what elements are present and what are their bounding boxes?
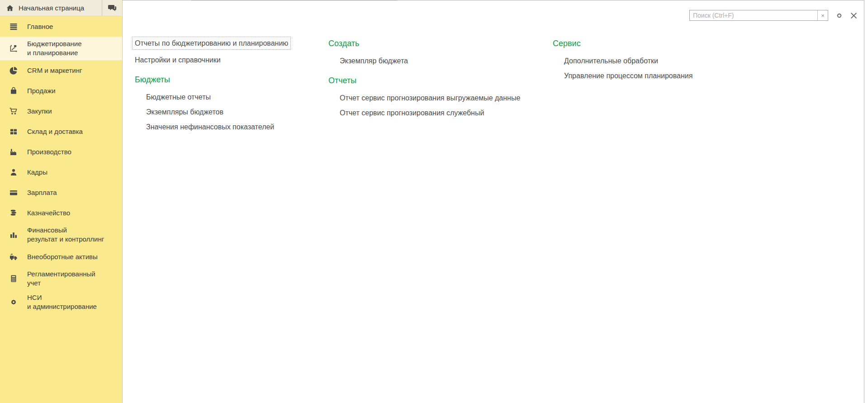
command-link[interactable]: Управление процессом планирования [564, 71, 693, 81]
command-link[interactable]: Значения нефинансовых показателей [146, 122, 274, 132]
home-tab-label: Начальная страница [19, 4, 84, 12]
command-group: ОтчетыОтчет сервис прогнозирования выгру… [328, 76, 553, 118]
sidebar-item-label-line: Финансовый [27, 226, 104, 235]
sidebar-item-label-line: Казначейство [27, 209, 70, 218]
bar-chart-icon [9, 230, 18, 239]
command-link[interactable]: Экземпляры бюджетов [146, 107, 223, 117]
sidebar-item-label: Закупки [27, 107, 52, 116]
command-item: Управление процессом планирования [553, 71, 770, 81]
sidebar-item-label: Финансовыйрезультат и контроллинг [27, 226, 104, 244]
sidebar-item-hr[interactable]: Кадры [0, 162, 122, 182]
sidebar-item-label-line: Кадры [27, 168, 47, 177]
command-link[interactable]: Отчет сервис прогнозирования служебный [340, 108, 484, 118]
sidebar-item-nsi[interactable]: НСИи администрирование [0, 290, 122, 314]
sidebar-item-label: Внеоборотные активы [27, 252, 98, 261]
sidebar-item-label: Кадры [27, 168, 47, 177]
sidebar-item-label: Продажи [27, 86, 56, 95]
sidebar-item-budgeting[interactable]: Бюджетированиеи планирование [0, 37, 122, 60]
command-item: Отчет сервис прогнозирования служебный [328, 108, 553, 118]
command-item: Настройки и справочники [135, 55, 328, 65]
section-header: Создать [328, 38, 553, 48]
section-header: Отчеты [328, 76, 553, 85]
sidebar-item-finresult[interactable]: Финансовыйрезультат и контроллинг [0, 223, 122, 247]
sidebar-item-label-line: Внеоборотные активы [27, 252, 98, 261]
command-interface: Отчеты по бюджетированию и планированиюН… [123, 0, 864, 403]
sections-sidebar: ГлавноеБюджетированиеи планированиеCRM и… [0, 16, 122, 403]
sidebar-item-production[interactable]: Производство [0, 142, 122, 162]
command-item: Значения нефинансовых показателей [135, 122, 328, 132]
section-header: Бюджеты [135, 75, 328, 85]
sidebar-item-treasury[interactable]: Казначейство [0, 203, 122, 223]
command-group: СервисДополнительные обработкиУправление… [553, 38, 770, 81]
command-link[interactable]: Экземпляр бюджета [340, 56, 408, 66]
home-page-tab[interactable]: Начальная страница [6, 0, 102, 16]
command-group: Отчеты по бюджетированию и планированиюН… [135, 38, 328, 65]
sidebar-item-sales[interactable]: Продажи [0, 81, 122, 101]
gear-icon [9, 298, 18, 307]
command-item: Экземпляры бюджетов [135, 107, 328, 117]
command-item: Дополнительные обработки [553, 56, 770, 66]
sidebar-item-label: НСИи администрирование [27, 293, 97, 311]
sidebar-item-label: Склад и доставка [27, 127, 83, 136]
factory-icon [9, 147, 18, 156]
sidebar-item-salary[interactable]: Зарплата [0, 182, 122, 203]
discussions-button[interactable] [102, 0, 122, 16]
sidebar-item-label-line: результат и контроллинг [27, 235, 104, 244]
sidebar-item-label-line: Регламентированный [27, 270, 95, 279]
command-group: СоздатьЭкземпляр бюджета [328, 38, 553, 66]
section-header: Сервис [553, 38, 770, 48]
home-icon [6, 4, 14, 12]
command-item: Бюджетные отчеты [135, 92, 328, 102]
sidebar-item-label-line: Главное [27, 22, 53, 31]
sidebar-item-label: CRM и маркетинг [27, 66, 82, 75]
coins-icon [9, 209, 18, 218]
command-column: Отчеты по бюджетированию и планированиюН… [135, 38, 328, 403]
home-tab-bar: Начальная страница [0, 0, 122, 16]
left-panel: Начальная страница ГлавноеБюджетирование… [0, 0, 123, 403]
command-item: Отчеты по бюджетированию и планированию [135, 38, 328, 50]
command-column: СоздатьЭкземпляр бюджетаОтчетыОтчет серв… [328, 38, 553, 403]
bag-icon [9, 86, 18, 95]
sidebar-item-label: Главное [27, 22, 53, 31]
main-panel: × Отчеты по бюджетированию и планировани… [123, 0, 864, 403]
sidebar-item-regulated[interactable]: Регламентированныйучет [0, 267, 122, 290]
app-window: Начальная страница ГлавноеБюджетирование… [0, 0, 868, 403]
command-link[interactable]: Отчет сервис прогнозирования выгружаемые… [340, 93, 520, 103]
sidebar-item-main[interactable]: Главное [0, 16, 122, 37]
sidebar-item-warehouse[interactable]: Склад и доставка [0, 121, 122, 142]
chat-icon [108, 4, 117, 12]
grid-icon [9, 127, 18, 136]
sidebar-item-label-line: НСИ [27, 293, 97, 302]
command-link[interactable]: Бюджетные отчеты [146, 92, 211, 102]
sidebar-item-purchases[interactable]: Закупки [0, 101, 122, 121]
menu-icon [9, 22, 18, 31]
calculator-icon [9, 274, 18, 283]
sidebar-item-label-line: Закупки [27, 107, 52, 116]
command-item: Отчет сервис прогнозирования выгружаемые… [328, 93, 553, 103]
sidebar-item-label-line: и администрирование [27, 302, 97, 311]
sidebar-item-label-line: Продажи [27, 86, 56, 95]
sidebar-item-label-line: Бюджетирование [27, 39, 81, 48]
sidebar-item-label-line: CRM и маркетинг [27, 66, 82, 75]
command-link[interactable]: Дополнительные обработки [564, 56, 658, 66]
sidebar-item-label-line: Склад и доставка [27, 127, 83, 136]
sidebar-item-label: Казначейство [27, 209, 70, 218]
sidebar-item-label: Бюджетированиеи планирование [27, 39, 81, 57]
person-icon [9, 168, 18, 177]
command-group: БюджетыБюджетные отчетыЭкземпляры бюджет… [135, 75, 328, 132]
command-link[interactable]: Настройки и справочники [135, 55, 221, 65]
sidebar-item-label-line: Производство [27, 147, 71, 156]
sidebar-item-label: Регламентированныйучет [27, 270, 95, 288]
truck-icon [9, 252, 18, 261]
sidebar-item-assets[interactable]: Внеоборотные активы [0, 247, 122, 267]
command-link[interactable]: Отчеты по бюджетированию и планированию [132, 37, 291, 50]
command-column: СервисДополнительные обработкиУправление… [553, 38, 770, 403]
cart-icon [9, 107, 18, 116]
sidebar-item-label: Зарплата [27, 188, 57, 197]
pie-chart-icon [9, 66, 18, 75]
card-icon [9, 188, 18, 197]
sidebar-item-crm[interactable]: CRM и маркетинг [0, 60, 122, 81]
sidebar-item-label: Производство [27, 147, 71, 156]
sidebar-item-label-line: Зарплата [27, 188, 57, 197]
sidebar-item-label-line: учет [27, 279, 95, 288]
